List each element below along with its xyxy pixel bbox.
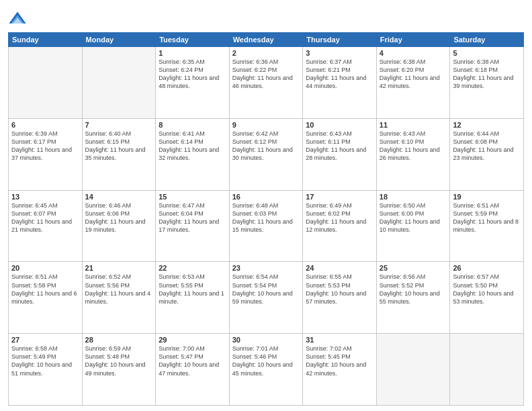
- day-info: Sunrise: 6:43 AM Sunset: 6:11 PM Dayligh…: [306, 130, 373, 163]
- week-row-0: 1Sunrise: 6:35 AM Sunset: 6:24 PM Daylig…: [9, 47, 524, 119]
- day-cell: 8Sunrise: 6:41 AM Sunset: 6:14 PM Daylig…: [156, 118, 230, 190]
- logo-icon: [8, 9, 27, 28]
- day-info: Sunrise: 6:41 AM Sunset: 6:14 PM Dayligh…: [159, 130, 226, 163]
- day-info: Sunrise: 6:39 AM Sunset: 6:17 PM Dayligh…: [11, 130, 79, 163]
- day-number: 30: [232, 336, 300, 344]
- day-info: Sunrise: 6:44 AM Sunset: 6:08 PM Dayligh…: [453, 130, 521, 163]
- day-number: 1: [159, 49, 226, 57]
- day-info: Sunrise: 6:56 AM Sunset: 5:52 PM Dayligh…: [380, 273, 447, 306]
- day-cell: 28Sunrise: 6:59 AM Sunset: 5:48 PM Dayli…: [82, 334, 156, 406]
- day-cell: 18Sunrise: 6:50 AM Sunset: 6:00 PM Dayli…: [376, 190, 450, 262]
- day-info: Sunrise: 6:58 AM Sunset: 5:49 PM Dayligh…: [11, 345, 79, 377]
- day-cell: 23Sunrise: 6:54 AM Sunset: 5:54 PM Dayli…: [229, 262, 303, 334]
- day-header-monday: Monday: [82, 33, 156, 47]
- day-cell: 1Sunrise: 6:35 AM Sunset: 6:24 PM Daylig…: [156, 47, 230, 119]
- day-info: Sunrise: 6:38 AM Sunset: 6:18 PM Dayligh…: [453, 58, 521, 91]
- day-info: Sunrise: 6:48 AM Sunset: 6:03 PM Dayligh…: [232, 201, 300, 234]
- header: [8, 7, 524, 28]
- day-cell: 2Sunrise: 6:36 AM Sunset: 6:22 PM Daylig…: [229, 47, 303, 119]
- day-number: 3: [306, 49, 373, 57]
- day-number: 9: [232, 121, 300, 129]
- week-row-2: 13Sunrise: 6:45 AM Sunset: 6:07 PM Dayli…: [9, 190, 524, 262]
- day-number: 17: [306, 193, 373, 201]
- day-info: Sunrise: 6:53 AM Sunset: 5:55 PM Dayligh…: [159, 273, 226, 306]
- day-cell: 29Sunrise: 7:00 AM Sunset: 5:47 PM Dayli…: [156, 334, 230, 406]
- day-cell: 9Sunrise: 6:42 AM Sunset: 6:12 PM Daylig…: [229, 118, 303, 190]
- day-number: 19: [453, 193, 521, 201]
- day-number: 8: [159, 121, 226, 129]
- day-info: Sunrise: 6:35 AM Sunset: 6:24 PM Dayligh…: [159, 58, 226, 91]
- day-cell: 11Sunrise: 6:43 AM Sunset: 6:10 PM Dayli…: [376, 118, 450, 190]
- day-cell: 17Sunrise: 6:49 AM Sunset: 6:02 PM Dayli…: [303, 190, 377, 262]
- day-number: 13: [11, 193, 79, 201]
- day-info: Sunrise: 6:43 AM Sunset: 6:10 PM Dayligh…: [380, 130, 447, 163]
- day-number: 5: [453, 49, 521, 57]
- day-info: Sunrise: 6:46 AM Sunset: 6:06 PM Dayligh…: [85, 201, 153, 234]
- day-info: Sunrise: 6:51 AM Sunset: 5:59 PM Dayligh…: [453, 201, 521, 234]
- day-number: 2: [232, 49, 300, 57]
- day-header-saturday: Saturday: [450, 33, 524, 47]
- day-number: 31: [306, 336, 373, 344]
- day-cell: 6Sunrise: 6:39 AM Sunset: 6:17 PM Daylig…: [9, 118, 83, 190]
- day-number: 26: [453, 264, 521, 272]
- day-info: Sunrise: 6:57 AM Sunset: 5:50 PM Dayligh…: [453, 273, 521, 306]
- day-cell: [376, 334, 450, 406]
- day-info: Sunrise: 7:02 AM Sunset: 5:45 PM Dayligh…: [306, 345, 373, 377]
- day-cell: 20Sunrise: 6:51 AM Sunset: 5:58 PM Dayli…: [9, 262, 83, 334]
- day-cell: 4Sunrise: 6:38 AM Sunset: 6:20 PM Daylig…: [376, 47, 450, 119]
- day-info: Sunrise: 6:50 AM Sunset: 6:00 PM Dayligh…: [380, 201, 447, 234]
- day-info: Sunrise: 6:36 AM Sunset: 6:22 PM Dayligh…: [232, 58, 300, 91]
- day-number: 23: [232, 264, 300, 272]
- day-info: Sunrise: 7:01 AM Sunset: 5:46 PM Dayligh…: [232, 345, 300, 377]
- day-cell: 5Sunrise: 6:38 AM Sunset: 6:18 PM Daylig…: [450, 47, 524, 119]
- day-cell: 24Sunrise: 6:55 AM Sunset: 5:53 PM Dayli…: [303, 262, 377, 334]
- calendar-table: SundayMondayTuesdayWednesdayThursdayFrid…: [8, 32, 524, 406]
- day-cell: [9, 47, 83, 119]
- day-number: 25: [380, 264, 447, 272]
- day-headers-row: SundayMondayTuesdayWednesdayThursdayFrid…: [9, 33, 524, 47]
- day-info: Sunrise: 6:47 AM Sunset: 6:04 PM Dayligh…: [159, 201, 226, 234]
- day-cell: 13Sunrise: 6:45 AM Sunset: 6:07 PM Dayli…: [9, 190, 83, 262]
- day-number: 29: [159, 336, 226, 344]
- day-cell: 3Sunrise: 6:37 AM Sunset: 6:21 PM Daylig…: [303, 47, 377, 119]
- day-info: Sunrise: 6:51 AM Sunset: 5:58 PM Dayligh…: [11, 273, 79, 306]
- day-cell: 21Sunrise: 6:52 AM Sunset: 5:56 PM Dayli…: [82, 262, 156, 334]
- day-cell: 7Sunrise: 6:40 AM Sunset: 6:15 PM Daylig…: [82, 118, 156, 190]
- day-header-tuesday: Tuesday: [156, 33, 230, 47]
- day-number: 22: [159, 264, 226, 272]
- day-number: 16: [232, 193, 300, 201]
- week-row-4: 27Sunrise: 6:58 AM Sunset: 5:49 PM Dayli…: [9, 334, 524, 406]
- day-cell: 15Sunrise: 6:47 AM Sunset: 6:04 PM Dayli…: [156, 190, 230, 262]
- day-cell: 30Sunrise: 7:01 AM Sunset: 5:46 PM Dayli…: [229, 334, 303, 406]
- day-cell: 27Sunrise: 6:58 AM Sunset: 5:49 PM Dayli…: [9, 334, 83, 406]
- day-info: Sunrise: 6:49 AM Sunset: 6:02 PM Dayligh…: [306, 201, 373, 234]
- logo: [8, 9, 28, 28]
- day-number: 6: [11, 121, 79, 129]
- day-info: Sunrise: 7:00 AM Sunset: 5:47 PM Dayligh…: [159, 345, 226, 377]
- day-number: 7: [85, 121, 153, 129]
- day-cell: 12Sunrise: 6:44 AM Sunset: 6:08 PM Dayli…: [450, 118, 524, 190]
- day-number: 12: [453, 121, 521, 129]
- day-info: Sunrise: 6:45 AM Sunset: 6:07 PM Dayligh…: [11, 201, 79, 234]
- day-cell: 31Sunrise: 7:02 AM Sunset: 5:45 PM Dayli…: [303, 334, 377, 406]
- day-info: Sunrise: 6:52 AM Sunset: 5:56 PM Dayligh…: [85, 273, 153, 306]
- day-cell: [82, 47, 156, 119]
- day-number: 27: [11, 336, 79, 344]
- day-cell: [450, 334, 524, 406]
- day-info: Sunrise: 6:37 AM Sunset: 6:21 PM Dayligh…: [306, 58, 373, 91]
- week-row-3: 20Sunrise: 6:51 AM Sunset: 5:58 PM Dayli…: [9, 262, 524, 334]
- day-number: 20: [11, 264, 79, 272]
- day-cell: 22Sunrise: 6:53 AM Sunset: 5:55 PM Dayli…: [156, 262, 230, 334]
- day-info: Sunrise: 6:40 AM Sunset: 6:15 PM Dayligh…: [85, 130, 153, 163]
- day-info: Sunrise: 6:42 AM Sunset: 6:12 PM Dayligh…: [232, 130, 300, 163]
- day-number: 4: [380, 49, 447, 57]
- day-header-friday: Friday: [376, 33, 450, 47]
- day-cell: 19Sunrise: 6:51 AM Sunset: 5:59 PM Dayli…: [450, 190, 524, 262]
- day-header-thursday: Thursday: [303, 33, 377, 47]
- day-info: Sunrise: 6:38 AM Sunset: 6:20 PM Dayligh…: [380, 58, 447, 91]
- day-cell: 26Sunrise: 6:57 AM Sunset: 5:50 PM Dayli…: [450, 262, 524, 334]
- day-number: 24: [306, 264, 373, 272]
- day-cell: 25Sunrise: 6:56 AM Sunset: 5:52 PM Dayli…: [376, 262, 450, 334]
- day-number: 11: [380, 121, 447, 129]
- day-number: 18: [380, 193, 447, 201]
